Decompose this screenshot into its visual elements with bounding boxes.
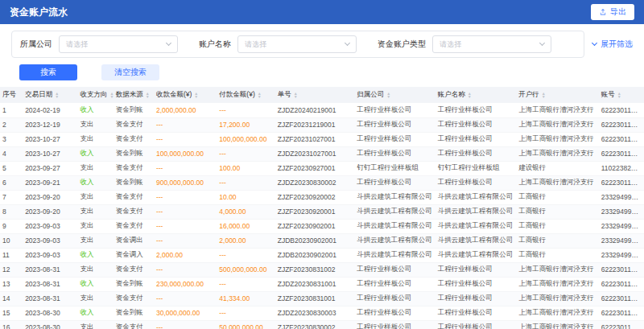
sort-icon[interactable]: ▲▼ [617, 92, 621, 98]
col-date[interactable]: 交易日期▲▼ [23, 87, 77, 103]
table-row: 102023-09-03支出资金调出---2,000.00ZJDB2023090… [0, 233, 644, 248]
filter-field-account-name: 账户名称 请选择 [199, 35, 357, 53]
col-receive-amount[interactable]: 收款金额(¥)▲▼ [154, 87, 217, 103]
cell-account-no: 62223011… [599, 262, 644, 277]
cell-receive-amount: 2,000,000.00 [154, 103, 217, 117]
cell-account-name: 工程行业样板公司 [436, 262, 517, 277]
account-name-select[interactable]: 请选择 [237, 35, 357, 53]
col-bank[interactable]: 开户行▲▼ [516, 87, 599, 103]
cell-pay-amount: 16,000.00 [217, 219, 275, 233]
cell-order-no: ZJZF20231027001 [275, 132, 354, 146]
account-type-select-placeholder: 请选择 [440, 39, 461, 50]
sort-icon[interactable]: ▲▼ [146, 92, 150, 98]
cell-account-no: 23329499… [599, 204, 644, 219]
col-source[interactable]: 数据来源▲▼ [114, 87, 154, 103]
cell-index: 6 [0, 175, 23, 190]
col-label: 付款金额(¥) [219, 90, 254, 98]
sort-icon[interactable]: ▲▼ [542, 92, 546, 98]
cell-company: 斗拱云建筑工程有限公司 [354, 190, 436, 204]
sort-icon[interactable]: ▲▼ [194, 92, 198, 98]
cell-source: 资金到账 [114, 146, 154, 161]
cell-direction: 收入 [77, 146, 113, 161]
cell-order-no: ZJZF20230830002 [275, 320, 354, 329]
col-label: 单号 [278, 90, 291, 98]
sort-icon[interactable]: ▲▼ [386, 92, 390, 98]
col-company[interactable]: 归属公司▲▼ [354, 87, 436, 103]
cell-account-no: 23329499… [599, 248, 644, 262]
cell-bank: 上海工商银行漕河泾支行 [516, 277, 599, 291]
chevron-down-icon [592, 40, 597, 46]
sort-icon[interactable]: ▲▼ [294, 92, 298, 98]
cell-account-no: 62223011… [599, 103, 644, 117]
cell-account-no: 62223011… [599, 306, 644, 320]
cell-pay-amount: --- [217, 175, 275, 190]
sort-icon[interactable]: ▲▼ [55, 92, 59, 98]
col-direction[interactable]: 收支方向▲▼ [77, 87, 113, 103]
table-row: 92023-09-03支出资金支付---16,000.00ZJZF2023090… [0, 219, 644, 233]
expand-filters-link[interactable]: 展开筛选 [592, 39, 633, 50]
cell-receive-amount: 30,000,000.00 [154, 306, 217, 320]
company-select[interactable]: 请选择 [59, 35, 178, 53]
cell-order-no: ZJZF20230920001 [275, 204, 354, 219]
col-order-no[interactable]: 单号▲▼ [275, 87, 354, 103]
cell-direction: 支出 [77, 233, 113, 248]
table-row: 42023-10-27收入资金到账100,000,000.00---ZJDZ20… [0, 146, 644, 161]
filter-field-account-type: 资金账户类型 请选择 [378, 35, 551, 53]
cell-pay-amount: 41,334.00 [217, 291, 275, 306]
table-row: 12024-02-19收入资金到账2,000,000.00---ZJDZ2024… [0, 103, 644, 117]
cell-index: 4 [0, 146, 23, 161]
cell-date: 2023-08-30 [23, 320, 77, 329]
cell-source: 资金支付 [114, 320, 154, 329]
cell-source: 资金支付 [114, 262, 154, 277]
cell-account-no: 62223011… [599, 291, 644, 306]
cell-direction: 收入 [77, 277, 113, 291]
cell-date: 2023-10-27 [23, 132, 77, 146]
export-button[interactable]: 导出 [591, 4, 634, 20]
cell-company: 工程行业样板公司 [354, 320, 436, 329]
cell-direction: 支出 [77, 190, 113, 204]
cell-receive-amount: --- [154, 219, 217, 233]
cell-date: 2023-09-20 [23, 190, 77, 204]
search-button[interactable]: 搜索 [19, 64, 77, 80]
cell-direction: 支出 [77, 117, 113, 132]
cell-index: 10 [0, 233, 23, 248]
cell-account-name: 工程行业样板公司 [436, 291, 517, 306]
sort-icon[interactable]: ▲▼ [258, 92, 262, 98]
cell-order-no: ZJZF20231219001 [275, 117, 354, 132]
cell-order-no: ZJZF20230902001 [275, 219, 354, 233]
table-row: 142023-08-31支出资金支付---41,334.00ZJZF202308… [0, 291, 644, 306]
cell-account-name: 工程行业样板公司 [436, 103, 517, 117]
cell-source: 资金调出 [114, 233, 154, 248]
cell-account-no: 62223011… [599, 146, 644, 161]
cell-bank: 建设银行 [516, 161, 599, 175]
cell-account-name: 斗拱云建筑工程有限公司 [436, 190, 517, 204]
cell-pay-amount: 2,000.00 [217, 233, 275, 248]
sort-icon[interactable]: ▲▼ [468, 92, 472, 98]
cell-source: 资金支付 [114, 161, 154, 175]
table-row: 152023-08-30收入资金到账30,000,000.00---ZJDZ20… [0, 306, 644, 320]
cell-order-no: ZJDB20230902001 [275, 233, 354, 248]
cell-date: 2023-08-31 [23, 262, 77, 277]
account-type-select[interactable]: 请选择 [432, 35, 551, 53]
cell-date: 2023-09-20 [23, 204, 77, 219]
sort-icon[interactable]: ▲▼ [109, 92, 113, 98]
table-header-row: 序号交易日期▲▼收支方向▲▼数据来源▲▼收款金额(¥)▲▼付款金额(¥)▲▼单号… [0, 87, 644, 103]
cell-source: 资金支付 [114, 204, 154, 219]
cell-source: 资金支付 [114, 219, 154, 233]
cell-order-no: ZJDZ20230830003 [275, 306, 354, 320]
cell-index: 5 [0, 161, 23, 175]
cell-company: 钉钉工程行业样板组 [354, 161, 436, 175]
top-bar: 资金账户流水 导出 [0, 0, 644, 24]
filter-actions: 搜索 清空搜索 [19, 64, 644, 80]
chevron-down-icon [345, 40, 350, 46]
cell-bank: 上海工商银行漕河泾支行 [516, 117, 599, 132]
cell-source: 资金到账 [114, 175, 154, 190]
cell-index: 9 [0, 219, 23, 233]
cell-receive-amount: 100,000,000.00 [154, 146, 217, 161]
col-account-no[interactable]: 账号▲▼ [599, 87, 644, 103]
clear-search-button[interactable]: 清空搜索 [101, 64, 159, 80]
col-account-name[interactable]: 账户名称▲▼ [436, 87, 517, 103]
cell-date: 2023-08-30 [23, 306, 77, 320]
col-pay-amount[interactable]: 付款金额(¥)▲▼ [217, 87, 275, 103]
table-row: 72023-09-20支出资金支付---10.00ZJZF20230920002… [0, 190, 644, 204]
